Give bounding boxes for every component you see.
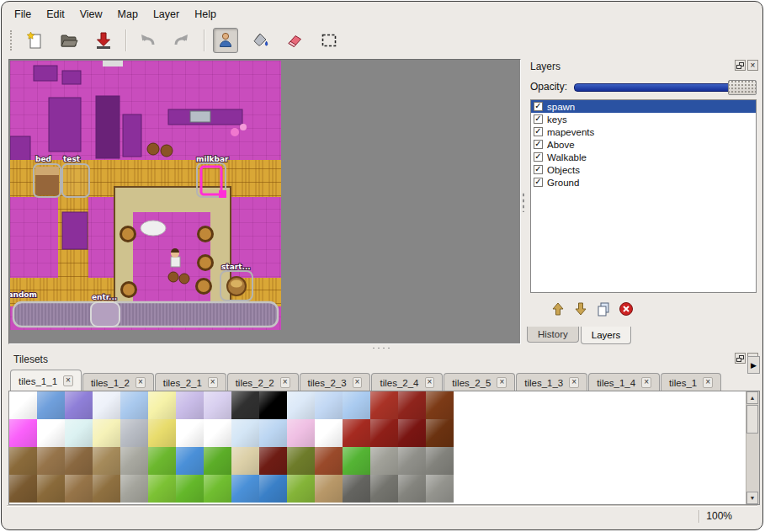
tileset-tile[interactable]: [370, 391, 398, 419]
tileset-tile[interactable]: [259, 419, 287, 447]
map-view[interactable]: bed test milkbar start... random entr...: [8, 59, 521, 344]
scroll-down-button[interactable]: ▼: [746, 492, 758, 504]
raise-layer-button[interactable]: [549, 300, 567, 318]
tileset-tile[interactable]: [176, 447, 204, 475]
tileset-tile[interactable]: [231, 391, 259, 419]
map-canvas[interactable]: bed test milkbar start... random entr...: [9, 60, 520, 343]
tileset-tile[interactable]: [287, 475, 315, 503]
tileset-tile[interactable]: [398, 419, 426, 447]
layer-row[interactable]: ✓ Walkable: [531, 151, 756, 163]
tileset-tile[interactable]: [176, 391, 204, 419]
delete-layer-button[interactable]: [617, 300, 635, 318]
rect-select-button[interactable]: [316, 28, 342, 53]
tileset-tile[interactable]: [315, 475, 343, 503]
tileset-tile[interactable]: [120, 391, 148, 419]
tileset-tile[interactable]: [9, 419, 37, 447]
tileset-tile[interactable]: [93, 475, 120, 503]
tileset-tile[interactable]: [204, 447, 231, 475]
layer-visibility-checkbox[interactable]: ✓: [534, 140, 543, 149]
tileset-tile[interactable]: [287, 419, 315, 447]
tileset-tile[interactable]: [287, 447, 315, 475]
tileset-tile[interactable]: [426, 475, 454, 503]
tileset-tab[interactable]: tiles_1 ×: [661, 373, 721, 391]
tileset-tile[interactable]: [370, 447, 398, 475]
tileset-tab[interactable]: tiles_2_2 ×: [227, 373, 299, 391]
tileset-tile[interactable]: [426, 391, 454, 419]
opacity-slider[interactable]: [574, 80, 757, 93]
menu-item-view[interactable]: View: [72, 6, 110, 23]
tileset-tile[interactable]: [398, 475, 426, 503]
tileset-tile[interactable]: [93, 419, 120, 447]
tileset-tab[interactable]: tiles_2_5 ×: [444, 373, 515, 391]
menu-item-map[interactable]: Map: [110, 6, 146, 23]
tileset-tile[interactable]: [65, 419, 93, 447]
tileset-tab[interactable]: tiles_1_3 ×: [516, 373, 587, 391]
eraser-button[interactable]: [282, 28, 307, 53]
tab-close-icon[interactable]: ×: [208, 377, 218, 388]
tileset-tile[interactable]: [148, 475, 176, 503]
tileset-tile[interactable]: [231, 475, 259, 503]
tileset-tile[interactable]: [37, 391, 65, 419]
tileset-tile[interactable]: [120, 419, 148, 447]
tileset-tile[interactable]: [9, 447, 37, 475]
tab-close-icon[interactable]: ×: [135, 377, 146, 388]
redo-button[interactable]: [169, 28, 194, 53]
tab-close-icon[interactable]: ×: [280, 377, 290, 388]
tab-close-icon[interactable]: ×: [641, 377, 651, 388]
tab-close-icon[interactable]: ×: [703, 377, 713, 388]
tileset-tile[interactable]: [231, 419, 259, 447]
horizontal-splitter[interactable]: [8, 345, 756, 351]
tileset-tab[interactable]: tiles_1_2 ×: [82, 373, 154, 391]
tileset-tile[interactable]: [259, 447, 287, 475]
bucket-fill-button[interactable]: [247, 28, 273, 53]
stamp-brush-button[interactable]: [213, 28, 238, 53]
tileset-tile[interactable]: [343, 419, 370, 447]
scroll-thumb[interactable]: [746, 405, 758, 434]
lower-layer-button[interactable]: [571, 300, 590, 318]
tileset-tile[interactable]: [176, 475, 204, 503]
tileset-tile[interactable]: [148, 419, 176, 447]
tileset-tile[interactable]: [259, 475, 287, 503]
layer-visibility-checkbox[interactable]: ✓: [534, 127, 543, 136]
layer-list[interactable]: ✓ spawn ✓ keys ✓ mapevents ✓ Above ✓ Wal…: [530, 99, 757, 293]
tab-history[interactable]: History: [527, 327, 579, 343]
menu-item-file[interactable]: File: [7, 6, 39, 23]
open-button[interactable]: [56, 28, 82, 53]
tab-close-icon[interactable]: ×: [353, 377, 363, 388]
layer-visibility-checkbox[interactable]: ✓: [534, 102, 543, 111]
tileset-tile[interactable]: [65, 391, 93, 419]
layer-row[interactable]: ✓ Objects: [531, 163, 756, 176]
layers-float-button[interactable]: [735, 60, 746, 71]
tileset-tile[interactable]: [426, 419, 454, 447]
tab-close-icon[interactable]: ×: [497, 377, 507, 388]
tileset-tile[interactable]: [343, 475, 370, 503]
tileset-tile[interactable]: [398, 391, 426, 419]
undo-button[interactable]: [135, 28, 160, 53]
tileset-tab[interactable]: tiles_2_1 ×: [155, 373, 226, 391]
layers-close-button[interactable]: ×: [747, 60, 758, 71]
menu-item-help[interactable]: Help: [187, 6, 224, 23]
map-object-test[interactable]: [62, 164, 89, 197]
tileset-tile[interactable]: [65, 475, 93, 503]
tileset-tile[interactable]: [287, 391, 315, 419]
tileset-tile[interactable]: [37, 419, 65, 447]
tab-close-icon[interactable]: ×: [63, 375, 73, 386]
tab-close-icon[interactable]: ×: [569, 377, 579, 388]
tileset-tile[interactable]: [93, 447, 120, 475]
menu-item-edit[interactable]: Edit: [39, 6, 72, 23]
opacity-slider-handle[interactable]: [728, 80, 757, 95]
tab-layers[interactable]: Layers: [581, 327, 632, 344]
tileset-tile[interactable]: [93, 391, 120, 419]
tileset-tab[interactable]: tiles_1_1 ×: [10, 370, 82, 391]
tileset-tile[interactable]: [65, 447, 93, 475]
layer-visibility-checkbox[interactable]: ✓: [534, 152, 543, 162]
scroll-up-button[interactable]: ▲: [746, 391, 758, 404]
tileset-tile[interactable]: [398, 447, 426, 475]
layer-row[interactable]: ✓ spawn: [531, 100, 756, 113]
layer-visibility-checkbox[interactable]: ✓: [534, 165, 543, 174]
tileset-tile[interactable]: [148, 391, 176, 419]
tileset-tile[interactable]: [315, 447, 343, 475]
toolbar-drag-handle[interactable]: [10, 30, 15, 51]
new-file-button[interactable]: [22, 28, 47, 53]
tileset-tile[interactable]: [343, 391, 370, 419]
